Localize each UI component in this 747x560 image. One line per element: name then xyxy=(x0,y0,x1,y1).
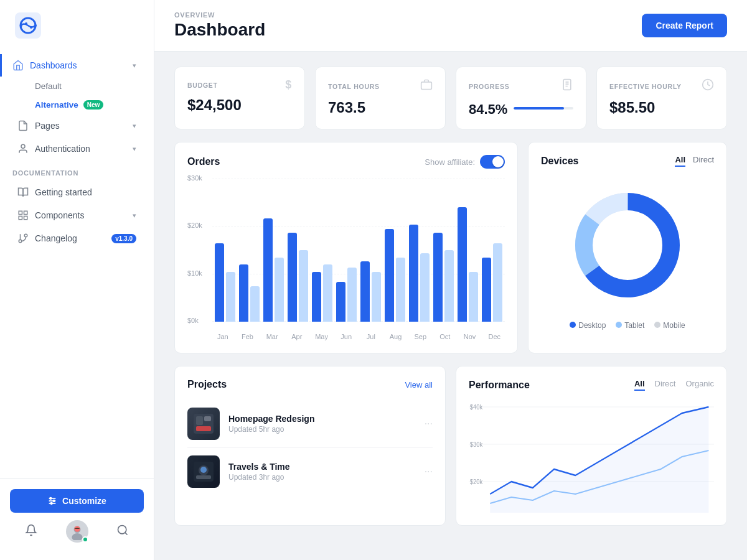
search-icon xyxy=(116,524,129,536)
svg-text:$20k: $20k xyxy=(470,478,483,485)
project-thumb-2 xyxy=(187,455,220,488)
svg-rect-8 xyxy=(24,211,27,214)
bar-month-label: May xyxy=(311,333,332,340)
bar-month-label: Oct xyxy=(435,333,456,340)
bar-month-label: Dec xyxy=(484,333,505,340)
performance-tabs: All Direct Organic xyxy=(634,379,714,391)
svg-rect-36 xyxy=(196,426,211,431)
sidebar-item-components[interactable]: Components ▾ xyxy=(5,204,149,226)
svg-text:$40k: $40k xyxy=(470,403,483,411)
bar-light xyxy=(396,258,405,322)
dollar-icon: $ xyxy=(285,78,292,91)
sidebar-item-label: Dashboards xyxy=(30,60,77,70)
svg-point-18 xyxy=(53,500,55,502)
logo-area xyxy=(0,0,154,49)
page-title: Dashboard xyxy=(174,20,265,40)
svg-marker-47 xyxy=(490,407,708,513)
user-avatar-wrap[interactable] xyxy=(66,520,88,543)
sidebar-item-authentication[interactable]: Authentication ▾ xyxy=(5,138,149,160)
sidebar-footer: Customize xyxy=(0,478,154,560)
progress-bar-fill xyxy=(514,107,564,110)
performance-card: Performance All Direct Organic $40k xyxy=(456,366,727,526)
bar-month-label: Aug xyxy=(385,333,406,340)
orders-chart-card: Orders Show affiliate: $30k $20k $10k $0… xyxy=(174,142,518,353)
sidebar-item-pages[interactable]: Pages ▾ xyxy=(5,114,149,137)
project-menu-dots[interactable]: ··· xyxy=(425,466,433,477)
devices-chart-card: Devices All Direct xyxy=(528,142,727,353)
sidebar-item-label: Authentication xyxy=(35,144,90,154)
bar-month-label: Jan xyxy=(212,333,233,340)
projects-list: Homepage Redesign Updated 5hr ago ··· xyxy=(187,400,433,495)
bar-light xyxy=(420,253,430,322)
sidebar-sub-default[interactable]: Default xyxy=(5,77,149,95)
tab-organic[interactable]: Organic xyxy=(685,379,714,391)
stat-cards: BUDGET $ $24,500 TOTAL HOURS 763.5 PROGR… xyxy=(174,67,727,129)
sidebar-item-label: Getting started xyxy=(35,187,92,197)
bar-group xyxy=(385,179,405,322)
sliders-icon xyxy=(47,496,57,506)
bar-blue xyxy=(458,207,467,322)
tab-direct[interactable]: Direct xyxy=(693,155,714,167)
online-indicator xyxy=(82,536,88,543)
chevron-icon: ▾ xyxy=(133,145,136,153)
svg-rect-9 xyxy=(24,217,27,220)
header-title-group: OVERVIEW Dashboard xyxy=(174,11,265,40)
bar-blue xyxy=(409,225,418,322)
bar-group xyxy=(336,179,357,322)
sidebar-sub-alternative[interactable]: Alternative New xyxy=(5,96,149,114)
bar-group xyxy=(458,179,478,322)
tab-all[interactable]: All xyxy=(634,379,645,391)
svg-point-12 xyxy=(24,234,27,237)
version-badge: v1.3.0 xyxy=(111,234,136,243)
affiliate-toggle[interactable] xyxy=(480,155,505,169)
svg-text:$30k: $30k xyxy=(470,441,483,448)
bar-light xyxy=(493,243,502,322)
bar-chart-labels: JanFebMarAprMayJunJulAugSepOctNovDec xyxy=(212,333,505,340)
stat-value: $24,500 xyxy=(187,96,292,114)
sidebar-item-label: Changelog xyxy=(35,233,77,243)
bar-light xyxy=(372,272,381,322)
bar-blue xyxy=(288,233,297,322)
stat-card-hours: TOTAL HOURS 763.5 xyxy=(315,67,446,129)
project-updated: Updated 5hr ago xyxy=(228,425,416,434)
svg-line-25 xyxy=(125,532,128,534)
bar-light xyxy=(323,264,332,322)
projects-title: Projects xyxy=(187,379,227,390)
git-branch-icon xyxy=(17,233,29,244)
customize-button[interactable]: Customize xyxy=(10,489,144,513)
tab-all[interactable]: All xyxy=(675,155,685,167)
project-name: Homepage Redesign xyxy=(228,414,416,424)
svg-rect-34 xyxy=(196,416,203,425)
bar-blue xyxy=(215,243,224,322)
svg-point-19 xyxy=(50,503,52,505)
project-item: Travels & Time Updated 3hr ago ··· xyxy=(187,448,433,495)
search-button[interactable] xyxy=(114,521,131,542)
sidebar-item-getting-started[interactable]: Getting started xyxy=(5,181,149,203)
affiliate-toggle-wrap: Show affiliate: xyxy=(425,155,505,169)
bar-month-label: Mar xyxy=(261,333,283,340)
stat-card-hourly: EFFECTIVE HOURLY $85.50 xyxy=(596,67,727,129)
user-icon xyxy=(17,143,29,154)
bar-blue xyxy=(263,218,273,322)
bar-light xyxy=(226,272,235,322)
bar-blue xyxy=(239,264,248,322)
stat-label: BUDGET $ xyxy=(187,78,292,91)
performance-title: Performance xyxy=(469,380,530,391)
performance-header: Performance All Direct Organic xyxy=(469,379,714,391)
view-all-link[interactable]: View all xyxy=(405,380,433,390)
sidebar-item-dashboards[interactable]: Dashboards ▾ xyxy=(0,54,149,77)
donut-chart-wrap xyxy=(541,177,714,314)
project-menu-dots[interactable]: ··· xyxy=(425,418,433,429)
tab-direct[interactable]: Direct xyxy=(655,379,676,391)
notifications-button[interactable] xyxy=(22,521,40,542)
progress-bar-bg xyxy=(514,107,573,110)
bar-month-label: Feb xyxy=(237,333,258,340)
clipboard-icon xyxy=(561,78,573,94)
create-report-button[interactable]: Create Report xyxy=(642,14,727,37)
sidebar-item-label: Components xyxy=(35,210,84,220)
sidebar-item-changelog[interactable]: Changelog v1.3.0 xyxy=(5,227,149,250)
bar-blue xyxy=(360,261,370,322)
svg-rect-26 xyxy=(421,82,432,90)
bar-group xyxy=(433,179,454,322)
charts-row: Orders Show affiliate: $30k $20k $10k $0… xyxy=(174,142,727,353)
